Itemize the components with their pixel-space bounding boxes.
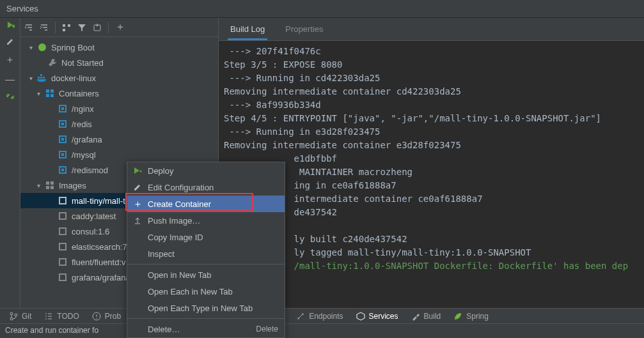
log-line: Removing intermediate container e3d28f02…	[224, 140, 461, 150]
svg-rect-3	[68, 24, 70, 27]
tree-label: /grafana	[72, 135, 102, 144]
status-bar: Create and run container fo	[0, 323, 644, 337]
tool-spring[interactable]: Spring	[448, 311, 494, 322]
container-running-icon	[58, 134, 68, 144]
svg-rect-4	[63, 29, 65, 31]
svg-rect-25	[46, 181, 49, 185]
menu-deploy[interactable]: Deploy	[127, 162, 285, 179]
svg-rect-24	[61, 169, 64, 171]
tree-label: /nginx	[72, 104, 94, 114]
run-plus-icon	[132, 166, 143, 175]
tree-node-notstarted[interactable]: Not Started	[20, 55, 218, 70]
tree-label: Containers	[59, 89, 99, 98]
log-line: ---> Running in e3d28f023475	[224, 127, 380, 137]
expand-all-icon[interactable]	[24, 23, 33, 32]
minus-icon[interactable]: —	[5, 73, 15, 84]
tab-build-log[interactable]: Build Log	[228, 19, 267, 40]
svg-rect-18	[61, 123, 64, 125]
menu-separator	[127, 264, 285, 265]
tool-todo[interactable]: TODO	[39, 311, 84, 322]
group-by-icon[interactable]	[62, 23, 71, 32]
tree-node-host[interactable]: ▾ docker-linux	[20, 70, 218, 86]
image-icon	[58, 272, 68, 282]
svg-rect-34	[59, 274, 66, 280]
plus-icon[interactable]: ＋	[5, 54, 15, 66]
svg-rect-27	[46, 186, 49, 189]
filter-icon[interactable]	[77, 23, 86, 32]
menu-open-each-tab[interactable]: Open Each in New Tab	[127, 283, 285, 300]
tree-node-spring[interactable]: ▾ Spring Boot	[20, 40, 218, 55]
svg-rect-9	[43, 77, 45, 79]
image-icon	[58, 211, 68, 221]
tool-build[interactable]: Build	[406, 311, 446, 322]
tree-node-container[interactable]: /redis	[20, 116, 218, 132]
branch-icon	[9, 312, 18, 321]
upload-icon	[132, 216, 143, 225]
menu-copy-id[interactable]: Copy Image ID	[127, 229, 285, 245]
menu-push-image[interactable]: Push Image…	[127, 212, 285, 229]
grid-icon	[45, 180, 55, 190]
menu-inspect[interactable]: Inspect	[127, 245, 285, 262]
svg-point-37	[15, 314, 17, 316]
edit-icon[interactable]	[6, 37, 15, 46]
spring-icon	[37, 42, 47, 52]
tree-label: /mysql	[72, 150, 96, 160]
log-line: ---> 207f41f0476c	[224, 46, 321, 56]
detail-tabs: Build Log Properties	[219, 18, 644, 41]
menu-open-new-tab[interactable]: Open in New Tab	[127, 266, 285, 283]
grid-icon	[45, 88, 55, 98]
endpoint-icon	[296, 312, 305, 321]
svg-rect-8	[40, 77, 42, 79]
tree-label: elasticsearch:7.	[72, 242, 129, 252]
tool-git[interactable]: Git	[4, 311, 36, 322]
panel-title: Services	[0, 0, 644, 18]
menu-separator	[127, 318, 285, 319]
tree-node-container[interactable]: /mysql	[20, 147, 218, 162]
image-context-menu: Deploy Edit Configuration ＋ Create Conta…	[127, 162, 285, 338]
separator	[55, 22, 56, 33]
menu-open-each-type[interactable]: Open Each Type in New Tab	[127, 300, 285, 316]
svg-rect-13	[46, 94, 49, 97]
services-icon	[356, 312, 365, 321]
svg-rect-28	[51, 186, 54, 189]
tree-node-containers[interactable]: ▾ Containers	[20, 86, 218, 101]
image-icon	[58, 257, 68, 267]
tree-label: fluent/fluentd:v	[72, 257, 126, 267]
tool-services[interactable]: Services	[351, 311, 404, 322]
tree-node-container[interactable]: /grafana	[20, 132, 218, 147]
svg-rect-1	[13, 25, 14, 28]
svg-marker-39	[357, 312, 365, 320]
expand-out-icon[interactable]	[6, 92, 15, 101]
svg-rect-30	[59, 213, 66, 219]
svg-rect-14	[51, 94, 54, 97]
tool-problems[interactable]: Prob	[87, 311, 126, 322]
tree-label: caddy:latest	[72, 211, 116, 221]
collapse-all-icon[interactable]	[40, 23, 49, 32]
tool-endpoints[interactable]: Endpoints	[291, 311, 348, 322]
add-service-icon[interactable]: ＋	[115, 20, 125, 34]
spring-leaf-icon	[453, 312, 462, 321]
pencil-icon	[132, 183, 143, 192]
save-layout-icon[interactable]	[93, 23, 102, 32]
menu-edit-config[interactable]: Edit Configuration	[127, 179, 285, 196]
image-icon	[58, 196, 68, 206]
svg-point-35	[10, 312, 13, 315]
tree-label: Spring Boot	[51, 43, 95, 52]
image-icon	[58, 242, 68, 252]
log-line: ---> 8af9936b334d	[224, 100, 321, 110]
svg-rect-12	[51, 89, 54, 93]
tree-label: grafana/grafana	[72, 273, 130, 282]
menu-delete[interactable]: Delete… Delete	[127, 321, 285, 337]
tab-properties[interactable]: Properties	[283, 19, 326, 40]
menu-create-container[interactable]: ＋ Create Container	[127, 196, 285, 212]
log-line: Step 4/5 : ENTRYPOINT ["java", "-jar","/…	[224, 113, 601, 123]
tree-label: Images	[59, 181, 86, 190]
tree-label: mall-tiny/mall-t	[72, 196, 125, 206]
svg-point-6	[38, 43, 46, 51]
tree-node-container[interactable]: /nginx	[20, 101, 218, 116]
container-running-icon	[58, 119, 68, 129]
run-icon[interactable]	[6, 20, 15, 29]
tool-window-bar: Git TODO Prob Endpoints Services Build S…	[0, 308, 644, 323]
svg-rect-22	[61, 153, 64, 156]
tree-label: docker-linux	[51, 73, 96, 83]
